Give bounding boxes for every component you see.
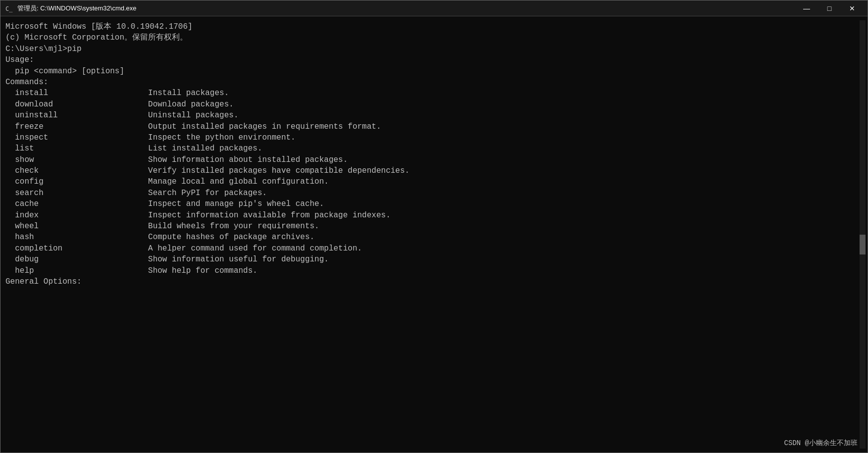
terminal-body: Microsoft Windows [版本 10.0.19042.1706](c… (0, 16, 868, 453)
terminal-line: completion A helper command used for com… (5, 243, 857, 254)
terminal-line: freeze Output installed packages in requ… (5, 121, 857, 132)
terminal-line: wheel Build wheels from your requirement… (5, 221, 857, 232)
window-title: 管理员: C:\WINDOWS\system32\cmd.exe (17, 4, 795, 13)
terminal-line: search Search PyPI for packages. (5, 188, 857, 199)
window-controls: — □ ✕ (795, 0, 864, 16)
scrollbar-thumb[interactable] (860, 235, 866, 254)
terminal-line: install Install packages. (5, 88, 857, 99)
terminal-line: download Download packages. (5, 99, 857, 110)
terminal-line: cache Inspect and manage pip's wheel cac… (5, 199, 857, 209)
terminal-line: Usage: (5, 54, 857, 65)
terminal-line: Commands: (5, 77, 857, 88)
terminal-line: Microsoft Windows [版本 10.0.19042.1706] (5, 21, 857, 32)
terminal-line: (c) Microsoft Corporation。保留所有权利。 (5, 32, 857, 43)
terminal-line: show Show information about installed pa… (5, 154, 857, 165)
terminal-line: help Show help for commands. (5, 265, 857, 276)
terminal-line: inspect Inspect the python environment. (5, 132, 857, 143)
minimize-button[interactable]: — (795, 0, 818, 16)
terminal-line: C:\Users\mjl>pip (5, 44, 857, 54)
title-bar: C_ 管理员: C:\WINDOWS\system32\cmd.exe — □ … (0, 0, 868, 16)
cmd-window: C_ 管理员: C:\WINDOWS\system32\cmd.exe — □ … (0, 0, 868, 453)
terminal-line: index Inspect information available from… (5, 210, 857, 221)
close-button[interactable]: ✕ (841, 0, 864, 16)
terminal-line: uninstall Uninstall packages. (5, 110, 857, 121)
maximize-button[interactable]: □ (818, 0, 841, 16)
watermark: CSDN @小幽余生不加班 (784, 439, 858, 448)
cmd-icon: C_ (4, 4, 13, 13)
terminal-line: hash Compute hashes of package archives. (5, 232, 857, 243)
terminal-line: pip <command> [options] (5, 66, 857, 77)
scrollbar[interactable] (860, 20, 866, 449)
terminal-line: config Manage local and global configura… (5, 176, 857, 187)
terminal-line: debug Show information useful for debugg… (5, 254, 857, 265)
terminal-line: General Options: (5, 276, 857, 287)
terminal-line: list List installed packages. (5, 143, 857, 154)
terminal-line: check Verify installed packages have com… (5, 165, 857, 176)
terminal-output[interactable]: Microsoft Windows [版本 10.0.19042.1706](c… (2, 20, 860, 449)
svg-text:C_: C_ (5, 5, 13, 12)
